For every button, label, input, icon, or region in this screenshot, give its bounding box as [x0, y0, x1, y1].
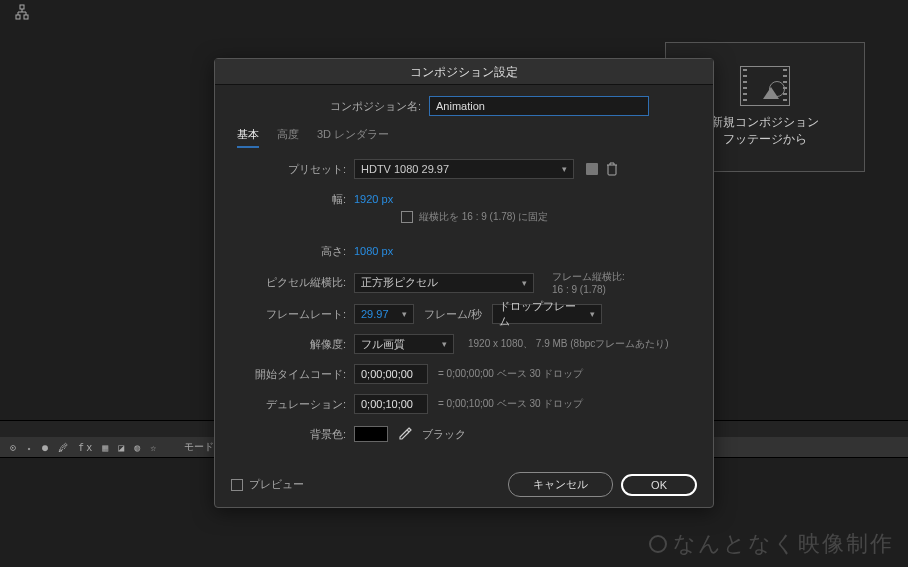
- eyedropper-icon[interactable]: [398, 427, 412, 441]
- pixel-aspect-select[interactable]: 正方形ピクセル▾: [354, 273, 534, 293]
- drop-frame-select[interactable]: ドロップフレーム▾: [492, 304, 602, 324]
- cancel-button[interactable]: キャンセル: [508, 472, 613, 497]
- start-tc-info: = 0;00;00;00 ベース 30 ドロップ: [438, 367, 583, 381]
- dialog-title: コンポジション設定: [215, 59, 713, 85]
- new-comp-label: 新規コンポジションフッテージから: [711, 114, 819, 148]
- lock-aspect-checkbox[interactable]: [401, 211, 413, 223]
- save-preset-icon[interactable]: [584, 161, 600, 177]
- comp-name-input[interactable]: [429, 96, 649, 116]
- tab-advanced[interactable]: 高度: [277, 127, 299, 148]
- ok-button[interactable]: OK: [621, 474, 697, 496]
- lock-aspect-label: 縦横比を 16 : 9 (1.78) に固定: [419, 210, 548, 224]
- composition-settings-dialog: コンポジション設定 コンポジション名: 基本 高度 3D レンダラー プリセット…: [214, 58, 714, 508]
- preset-label: プリセット:: [251, 162, 346, 177]
- resolution-select[interactable]: フル画質▾: [354, 334, 454, 354]
- bgcolor-name: ブラック: [422, 427, 466, 442]
- col-mode[interactable]: モード: [184, 440, 214, 454]
- svg-rect-0: [20, 5, 24, 9]
- org-chart-icon[interactable]: [10, 0, 34, 24]
- fps-select[interactable]: 29.97▾: [354, 304, 414, 324]
- fps-unit-label: フレーム/秒: [424, 307, 482, 322]
- tabs: 基本 高度 3D レンダラー: [237, 127, 697, 148]
- width-value[interactable]: 1920 px: [354, 193, 393, 205]
- watermark: なんとなく映像制作: [649, 529, 894, 559]
- preview-checkbox[interactable]: [231, 479, 243, 491]
- tab-basic[interactable]: 基本: [237, 127, 259, 148]
- project-panel: [0, 40, 184, 440]
- chevron-down-icon: ▾: [522, 278, 527, 288]
- chevron-down-icon: ▾: [402, 309, 407, 319]
- resolution-info: 1920 x 1080、 7.9 MB (8bpcフレームあたり): [468, 337, 669, 351]
- chevron-down-icon: ▾: [442, 339, 447, 349]
- svg-rect-3: [586, 163, 598, 175]
- duration-label: デュレーション:: [251, 397, 346, 412]
- duration-input[interactable]: [354, 394, 428, 414]
- start-tc-input[interactable]: [354, 364, 428, 384]
- frame-aspect-info: フレーム縦横比:16 : 9 (1.78): [552, 270, 625, 295]
- bgcolor-swatch[interactable]: [354, 426, 388, 442]
- height-value[interactable]: 1080 px: [354, 245, 393, 257]
- chevron-down-icon: ▾: [590, 309, 595, 319]
- bgcolor-label: 背景色:: [251, 427, 346, 442]
- start-tc-label: 開始タイムコード:: [251, 367, 346, 382]
- comp-name-label: コンポジション名:: [231, 99, 421, 114]
- width-label: 幅:: [251, 192, 346, 207]
- svg-rect-1: [16, 15, 20, 19]
- aperture-icon: [649, 535, 667, 553]
- duration-info: = 0;00;10;00 ベース 30 ドロップ: [438, 397, 583, 411]
- tab-3d-renderer[interactable]: 3D レンダラー: [317, 127, 389, 148]
- chevron-down-icon: ▾: [562, 164, 567, 174]
- fps-label: フレームレート:: [251, 307, 346, 322]
- trash-icon[interactable]: [604, 161, 620, 177]
- svg-rect-2: [24, 15, 28, 19]
- resolution-label: 解像度:: [251, 337, 346, 352]
- timeline-switch-icons: ⊙ ⬩ ● 🖉 fx ▦ ◪ ◍ ☆: [10, 442, 158, 453]
- preview-label: プレビュー: [249, 477, 304, 492]
- preset-select[interactable]: HDTV 1080 29.97▾: [354, 159, 574, 179]
- height-label: 高さ:: [251, 244, 346, 259]
- pixel-aspect-label: ピクセル縦横比:: [251, 275, 346, 290]
